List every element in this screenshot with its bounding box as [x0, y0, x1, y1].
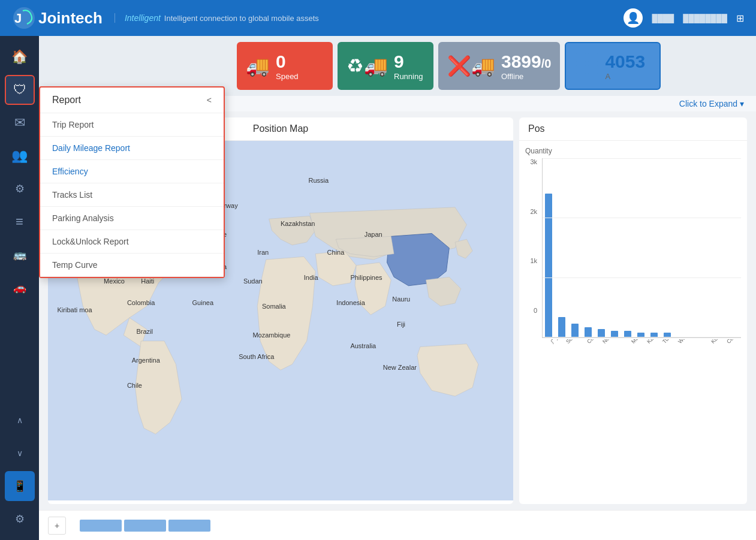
bar-col-6	[622, 158, 634, 337]
total-icon	[575, 52, 599, 80]
sidebar-item-layers[interactable]: ≡	[5, 207, 35, 237]
user-info-1: ████	[652, 14, 674, 23]
sidebar-item-home[interactable]: 🏠	[5, 42, 35, 72]
dropdown-item-lock-unlock[interactable]: Lock&Unlock Report	[40, 230, 224, 254]
dropdown-item-temp-curve[interactable]: Temp Curve	[40, 254, 224, 277]
bar-col-3	[582, 158, 594, 337]
sidebar-bottom: ∧ ∨ 📱 ⚙	[5, 405, 35, 534]
sidebar-item-up[interactable]: ∧	[5, 405, 35, 435]
sidebar-item-down[interactable]: ∨	[5, 438, 35, 468]
report-dropdown: Report < Trip Report Daily Mileage Repor…	[39, 86, 225, 278]
bottom-bar: +	[39, 510, 756, 540]
bar-rect-9	[664, 333, 671, 337]
stat-offline-value: 3899/0	[501, 52, 551, 72]
stat-total-value: 4053	[605, 52, 645, 72]
grid-icon	[575, 52, 599, 76]
header-user-info: ████ ████████	[652, 14, 727, 23]
chart-panel-title: Pos	[519, 117, 747, 141]
pagination-bars	[80, 520, 210, 532]
dropdown-item-daily-mileage[interactable]: Daily Mileage Report	[40, 137, 224, 160]
svg-rect-2	[576, 53, 586, 62]
svg-rect-5	[588, 65, 598, 74]
y-label-3k: 3k	[530, 158, 537, 165]
sidebar-item-analytics[interactable]: ⚙	[5, 174, 35, 204]
header: J Jointech Intelligent Intelligent conne…	[0, 0, 756, 36]
bar-col-8	[648, 158, 660, 337]
dropdown-item-trip-report[interactable]: Trip Report	[40, 113, 224, 137]
stat-offline-label: Offline	[501, 72, 551, 81]
logo-text: Jointech	[38, 9, 103, 28]
stat-card-running[interactable]: ♻🚚 9 Running	[338, 42, 433, 90]
bar-rect-2	[571, 324, 579, 337]
bar-rect-0	[545, 194, 552, 337]
chart-panel: Pos Quantity 3k 2k 1k 0	[519, 117, 747, 504]
user-info-2: ████████	[683, 14, 727, 23]
sidebar-item-fleet[interactable]: 🚗	[5, 273, 35, 303]
bar-rect-8	[650, 333, 658, 337]
x-label-wrap: 广东省Southern FinlandColomboNorth Rhine-We…	[525, 339, 741, 387]
bar-rect-7	[637, 333, 644, 337]
sidebar-item-users[interactable]: 👥	[5, 141, 35, 171]
svg-rect-3	[588, 53, 598, 62]
stat-total-label: A	[605, 72, 645, 81]
sidebar-item-messages[interactable]: ✉	[5, 108, 35, 138]
bar-rect-4	[598, 329, 605, 337]
header-right: 👤 ████ ████████ ⊞	[624, 8, 744, 28]
stat-speed-info: 0 Speed	[276, 52, 299, 81]
bar-rect-1	[558, 317, 565, 337]
stat-running-value: 9	[394, 52, 423, 72]
pagination-bar-1	[80, 520, 122, 532]
bar-col-5	[609, 158, 621, 337]
bar-rect-6	[624, 331, 631, 337]
quantity-label: Quantity	[525, 147, 741, 155]
bar-rect-3	[585, 327, 592, 337]
bar-col-9	[661, 158, 673, 337]
stat-card-offline[interactable]: ❌🚚 3899/0 Offline	[438, 42, 560, 90]
bar-col-7	[635, 158, 647, 337]
speed-icon: 🚚	[246, 55, 270, 77]
logo-icon: J	[12, 6, 36, 30]
y-label-2k: 2k	[530, 208, 537, 215]
add-button[interactable]: +	[48, 517, 66, 535]
sidebar-item-mobile[interactable]: 📱	[5, 471, 35, 501]
svg-text:J: J	[14, 11, 22, 26]
dropdown-chevron-icon: <	[207, 95, 212, 105]
dropdown-title: Report	[52, 95, 81, 105]
svg-rect-4	[576, 65, 586, 74]
y-label-1k: 1k	[530, 257, 537, 264]
dropdown-item-tracks-list[interactable]: Tracks List	[40, 183, 224, 207]
y-labels-col: 3k 2k 1k 0	[525, 158, 542, 338]
chart-with-axis: 3k 2k 1k 0	[525, 158, 741, 338]
main-content: Home Report < Trip Report Daily Mileage …	[39, 36, 756, 540]
sidebar-item-config[interactable]: ⚙	[5, 504, 35, 534]
sidebar-item-report[interactable]: 🛡	[5, 75, 35, 105]
stat-total-info: 4053 A	[605, 52, 645, 81]
bar-col-1	[556, 158, 568, 337]
sidebar-item-vehicles[interactable]: 🚌	[5, 240, 35, 270]
running-icon: ♻🚚	[347, 55, 388, 77]
dropdown-item-efficiency[interactable]: Efficiency	[40, 160, 224, 183]
tagline-intelligent: Intelligent	[125, 13, 161, 23]
sidebar: 🏠 🛡 ✉ 👥 ⚙ ≡ 🚌 🚗 ∧ ∨ 📱 ⚙	[0, 36, 39, 540]
user-avatar[interactable]: 👤	[624, 8, 643, 28]
stat-running-info: 9 Running	[394, 52, 423, 81]
stat-card-speed[interactable]: 🚚 0 Speed	[237, 42, 333, 90]
main-layout: 🏠 🛡 ✉ 👥 ⚙ ≡ 🚌 🚗 ∧ ∨ 📱 ⚙ Home Report <	[0, 36, 756, 540]
pagination-bar-3	[168, 520, 210, 532]
stat-offline-info: 3899/0 Offline	[501, 52, 551, 81]
header-expand-icon[interactable]: ⊞	[736, 13, 744, 24]
stat-speed-value: 0	[276, 52, 299, 72]
stat-running-label: Running	[394, 72, 423, 81]
tagline-area: Intelligent Intelligent connection to gl…	[115, 13, 319, 23]
chart-area: Quantity 3k 2k 1k 0	[519, 141, 747, 500]
logo-area: J Jointech Intelligent Intelligent conne…	[12, 6, 319, 30]
pagination-bar-2	[124, 520, 166, 532]
bars-col	[542, 158, 741, 338]
y-label-0: 0	[534, 307, 537, 314]
stat-speed-label: Speed	[276, 72, 299, 81]
bar-rect-5	[611, 331, 618, 337]
stat-card-total[interactable]: 4053 A	[565, 42, 661, 90]
dropdown-item-parking-analysis[interactable]: Parking Analysis	[40, 207, 224, 230]
bar-col-0	[543, 158, 555, 337]
dropdown-header[interactable]: Report <	[40, 88, 224, 113]
